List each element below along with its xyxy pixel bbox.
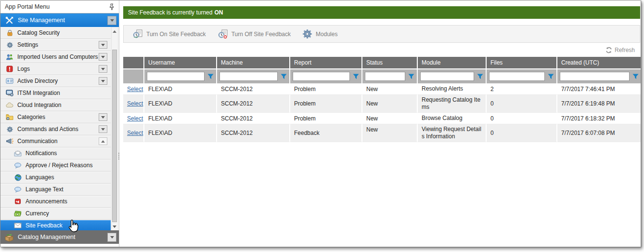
sidebar-item-language-text[interactable]: Language Text [0,184,111,196]
funnel-icon[interactable] [280,74,287,80]
users-icon [5,53,14,61]
filter-row [123,68,641,83]
scroll-down-icon[interactable] [112,224,117,229]
funnel-icon[interactable] [632,74,639,80]
cell-module: Browse Catalog [418,113,487,124]
cell-status: New [362,124,418,142]
globe-icon [13,174,22,181]
table-row: SelectFLEX\ADSCCM-2012FeedbackNewViewing… [123,124,641,142]
funnel-icon[interactable] [547,74,554,80]
expand-button[interactable] [99,113,107,121]
column-header-created[interactable]: Created (UTC) [557,57,641,68]
sidebar-item-label: Active Directory [17,78,58,84]
expand-button[interactable] [99,53,107,61]
cell-username: FLEX\AD [144,95,217,113]
site-management-expander-button[interactable] [107,16,116,25]
sidebar-title: App Portal Menu [5,3,50,10]
sidebar-item-logs[interactable]: Logs [0,63,111,75]
filter-input-created[interactable] [560,72,630,81]
table-header-row: UsernameMachineReportStatusModuleFilesCr… [123,57,641,68]
column-header-module[interactable]: Module [418,57,487,68]
sidebar-item-site-feedback[interactable]: Site Feedback [0,220,111,231]
column-header-username[interactable]: Username [144,57,217,68]
filter-input-machine[interactable] [219,72,278,81]
sidebar-item-approve-reject-reasons[interactable]: Approve / Reject Reasons [0,159,111,172]
toolbar-button-turn-on-site-feedback[interactable]: Turn On Site Feedback [127,26,212,42]
scrollbar-thumb[interactable] [112,50,117,222]
monitor-gear-icon [5,90,14,97]
column-header-machine[interactable]: Machine [217,57,290,68]
sidebar-item-label: Categories [17,114,45,120]
sidebar-section-catalog-management[interactable]: Catalog Management [0,230,119,244]
filter-input-module[interactable] [420,72,474,81]
sidebar-item-label: Settings [17,41,38,48]
scroll-up-icon[interactable] [112,28,117,34]
filter-input-status[interactable] [365,72,405,81]
expand-button[interactable] [99,65,107,73]
splitter-handle[interactable] [117,153,120,159]
sidebar-item-active-directory[interactable]: Active Directory [0,75,111,87]
sidebar: App Portal Menu Site Management Catalog … [0,0,119,247]
sidebar-item-currency[interactable]: Currency [0,208,111,220]
expand-button[interactable] [99,77,107,85]
select-link[interactable]: Select [127,86,143,93]
sidebar-item-label: ITSM Integration [17,90,60,96]
toolbar-button-turn-off-site-feedback[interactable]: Turn Off Site Feedback [212,26,296,42]
toolbar-button-modules[interactable]: Modules [296,26,343,42]
cell-username: FLEX\AD [144,83,217,95]
sidebar-item-settings[interactable]: Settings [0,39,111,51]
sidebar-menu: Catalog SecuritySettingsImported Users a… [0,27,119,231]
cell-created: 7/7/2017 7:46:41 PM [557,83,641,95]
select-link[interactable]: Select [127,115,143,122]
select-link[interactable]: Select [127,100,143,107]
cell-username: FLEX\AD [144,113,217,124]
cell-status: New [362,83,418,95]
column-header-files[interactable]: Files [487,57,557,68]
tools-icon [4,16,14,25]
funnel-icon[interactable] [352,74,359,80]
sidebar-item-itsm-integration[interactable]: ITSM Integration [0,87,111,99]
sidebar-section-site-management[interactable]: Site Management [0,13,119,27]
sidebar-item-cloud-integration[interactable]: Cloud Integration [0,99,111,111]
column-header-status[interactable]: Status [362,57,418,68]
megaphone-icon [5,138,14,145]
cell-machine: SCCM-2012 [217,124,290,142]
pin-icon[interactable] [109,3,115,10]
expand-button[interactable] [99,125,107,133]
money-icon [13,211,22,217]
sidebar-item-label: Imported Users and Computers [17,53,98,60]
sidebar-item-commands-and-actions[interactable]: Commands and Actions [0,123,111,135]
sidebar-item-notifications[interactable]: Notifications [0,147,111,159]
refresh-button[interactable]: Refresh [605,47,635,53]
filter-cell-created [557,68,641,83]
sidebar-title-bar: App Portal Menu [0,0,119,13]
funnel-icon[interactable] [477,74,483,80]
funnel-icon[interactable] [408,74,414,80]
column-header-report[interactable]: Report [290,57,362,68]
cell-username: FLEX\AD [144,124,217,142]
cell-status: New [362,113,418,124]
expand-button[interactable] [99,41,107,49]
logs-icon [5,66,14,72]
toolbar: Turn On Site FeedbackTurn Off Site Feedb… [123,25,640,43]
sidebar-item-announcements[interactable]: Announcements [0,196,111,208]
sidebar-item-label: Currency [26,210,49,217]
box-icon [4,233,14,242]
collapse-button[interactable] [99,137,107,145]
sidebar-item-languages[interactable]: Languages [0,172,111,184]
filter-input-username[interactable] [147,72,205,81]
filter-cell-machine [217,68,290,83]
sidebar-scrollbar[interactable] [111,27,117,230]
sidebar-item-label: Cloud Integration [17,102,61,108]
sidebar-item-categories[interactable]: Categories [0,111,111,123]
sidebar-item-label: Notifications [26,150,57,157]
filter-input-files[interactable] [489,72,545,81]
sidebar-item-communication[interactable]: Communication [0,135,111,147]
sidebar-item-label: Language Text [26,186,64,193]
sidebar-item-imported-users-and-computers[interactable]: Imported Users and Computers [0,51,111,63]
select-link[interactable]: Select [127,130,143,136]
filter-input-report[interactable] [293,72,350,81]
funnel-icon[interactable] [207,74,214,80]
sidebar-item-catalog-security[interactable]: Catalog Security [0,27,111,39]
catalog-management-expander-button[interactable] [107,233,116,242]
